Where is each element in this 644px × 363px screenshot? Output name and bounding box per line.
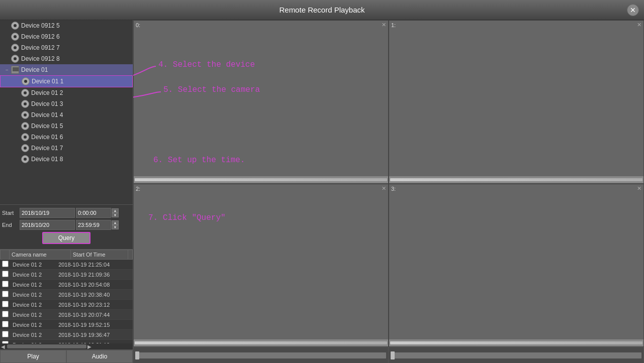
tree-item-d01-8[interactable]: Device 01 8	[0, 154, 133, 165]
start-date-input[interactable]	[20, 208, 75, 218]
tree-item-label: Device 01 2	[31, 89, 63, 96]
tree-item-label: Device 0912 5	[21, 22, 60, 29]
row-checkbox[interactable]	[2, 311, 9, 317]
row-camera: Device 01 2	[11, 340, 56, 344]
row-camera: Device 01 2	[11, 260, 56, 270]
timeline-handle-left[interactable]	[135, 351, 139, 359]
horizontal-scrollbar[interactable]: ◀ ▶	[0, 343, 133, 349]
spin-down-end[interactable]: ▼	[112, 225, 119, 229]
video-close-0[interactable]: ✕	[382, 22, 386, 28]
tree-item-d0912-5[interactable]: Device 0912 5	[0, 20, 133, 31]
results-table-body: Device 01 22018-10-19 21:25:04Device 01 …	[0, 260, 133, 343]
video-grid: 0:✕1:✕2:✕3:✕	[133, 20, 644, 347]
results-table-header: Camera name Start Of Time	[0, 250, 133, 260]
row-checkbox[interactable]	[2, 321, 9, 327]
tree-area: Device 0912 5Device 0912 6Device 0912 7D…	[0, 20, 133, 204]
video-cell-1: 1:✕	[389, 20, 644, 184]
tree-item-label: Device 0912 8	[21, 55, 60, 62]
row-camera: Device 01 2	[11, 320, 56, 330]
row-time: 2018-10-19 20:54:08	[56, 280, 133, 290]
video-cell-0: 0:✕	[133, 20, 389, 184]
start-label: Start	[2, 210, 20, 216]
results-body-wrap[interactable]: Device 01 22018-10-19 21:25:04Device 01 …	[0, 260, 133, 343]
table-row[interactable]: Device 01 22018-10-19 19:52:15	[0, 320, 133, 330]
video-timeline-3[interactable]	[389, 339, 643, 346]
row-camera: Device 01 2	[11, 300, 56, 310]
tree-item-d01-7[interactable]: Device 01 7	[0, 143, 133, 154]
row-time: 2018-10-19 20:07:44	[56, 310, 133, 320]
scroll-right-arrow[interactable]: ▶	[86, 344, 93, 349]
table-row[interactable]: Device 01 22018-10-19 20:38:40	[0, 290, 133, 300]
table-row[interactable]: Device 01 22018-10-19 19:21:19	[0, 340, 133, 344]
camera-icon	[22, 77, 30, 85]
camera-icon	[11, 44, 19, 52]
start-time-spinner[interactable]: ▲ ▼	[112, 208, 119, 217]
title-bar: Remote Record Playback ✕	[0, 0, 644, 20]
table-row[interactable]: Device 01 22018-10-19 20:54:08	[0, 280, 133, 290]
spin-up[interactable]: ▲	[112, 208, 119, 213]
row-checkbox[interactable]	[2, 261, 9, 267]
video-label-2: 2:	[136, 186, 140, 192]
row-checkbox[interactable]	[2, 281, 9, 287]
tree-item-d01[interactable]: −Device 01	[0, 64, 133, 75]
table-col-camera: Camera name	[10, 250, 71, 260]
video-timeline-0[interactable]	[134, 176, 388, 183]
start-time-input[interactable]	[76, 208, 111, 218]
row-checkbox[interactable]	[2, 271, 9, 277]
tree-item-label: Device 01 4	[31, 111, 63, 118]
table-scroll-col	[128, 250, 133, 260]
row-time: 2018-10-19 19:21:19	[56, 340, 133, 344]
timeline-track-right[interactable]	[391, 352, 641, 358]
tree-item-d01-3[interactable]: Device 01 3	[0, 98, 133, 109]
tree-item-label: Device 01 3	[31, 100, 63, 107]
table-row[interactable]: Device 01 22018-10-19 20:07:44	[0, 310, 133, 320]
row-camera: Device 01 2	[11, 280, 56, 290]
camera-icon	[11, 33, 19, 41]
tree-item-d01-1[interactable]: Device 01 1	[0, 75, 133, 87]
camera-icon	[21, 155, 29, 163]
table-col-time: Start Of Time	[70, 250, 128, 260]
play-button[interactable]: Play	[0, 350, 66, 363]
tree-item-d0912-8[interactable]: Device 0912 8	[0, 53, 133, 64]
row-checkbox[interactable]	[2, 331, 9, 337]
end-time-spinner[interactable]: ▲ ▼	[112, 220, 119, 229]
tree-item-d01-6[interactable]: Device 01 6	[0, 132, 133, 143]
row-camera: Device 01 2	[11, 330, 56, 340]
table-row[interactable]: Device 01 22018-10-19 21:25:04	[0, 260, 133, 270]
close-button[interactable]: ✕	[627, 4, 639, 16]
video-close-2[interactable]: ✕	[382, 185, 386, 192]
tree-item-d01-5[interactable]: Device 01 5	[0, 120, 133, 132]
tree-item-d0912-6[interactable]: Device 0912 6	[0, 31, 133, 42]
table-row[interactable]: Device 01 22018-10-19 20:23:12	[0, 300, 133, 310]
timeline-track-left[interactable]	[135, 352, 386, 358]
video-close-1[interactable]: ✕	[637, 22, 641, 28]
h-scroll-thumb[interactable]	[7, 344, 86, 348]
spin-up-end[interactable]: ▲	[112, 220, 119, 225]
video-cell-2: 2:✕	[133, 184, 389, 347]
camera-icon	[21, 144, 29, 152]
row-camera: Device 01 2	[11, 310, 56, 320]
end-date-input[interactable]	[20, 220, 75, 230]
video-cell-3: 3:✕	[389, 184, 644, 347]
row-checkbox[interactable]	[2, 301, 9, 307]
tree-item-d01-2[interactable]: Device 01 2	[0, 87, 133, 98]
tree-scroll[interactable]: Device 0912 5Device 0912 6Device 0912 7D…	[0, 20, 133, 204]
camera-icon	[21, 133, 29, 141]
end-time-input[interactable]	[76, 220, 111, 230]
audio-button[interactable]: Audio	[66, 350, 133, 363]
table-row[interactable]: Device 01 22018-10-19 21:09:36	[0, 270, 133, 280]
timeline-handle-right[interactable]	[391, 351, 395, 359]
video-timeline-2[interactable]	[134, 339, 388, 346]
table-row[interactable]: Device 01 22018-10-19 19:36:47	[0, 330, 133, 340]
tree-item-d01-4[interactable]: Device 01 4	[0, 109, 133, 120]
video-close-3[interactable]: ✕	[637, 185, 641, 192]
scroll-left-arrow[interactable]: ◀	[0, 344, 6, 349]
video-timeline-1[interactable]	[389, 176, 643, 183]
query-button[interactable]: Query	[42, 232, 91, 244]
timeline-0-2	[133, 347, 389, 363]
spin-down[interactable]: ▼	[112, 213, 119, 217]
tree-item-d0912-7[interactable]: Device 0912 7	[0, 42, 133, 53]
row-time: 2018-10-19 21:25:04	[56, 260, 133, 270]
row-checkbox[interactable]	[2, 291, 9, 297]
row-camera: Device 01 2	[11, 290, 56, 300]
